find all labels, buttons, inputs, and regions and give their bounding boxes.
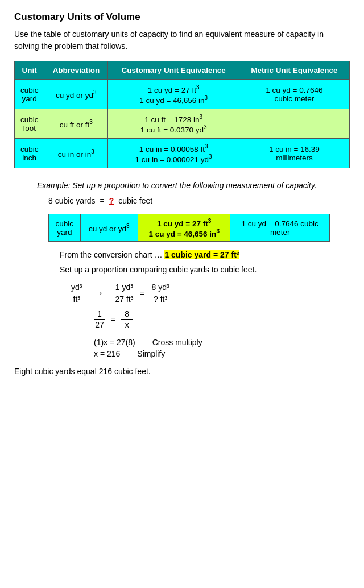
frac-left-den: ft³: [73, 293, 80, 304]
example-section: Example: Set up a proportion to convert …: [14, 180, 350, 358]
math-fraction-line: 1 27 = 8 x: [94, 309, 350, 329]
mini-abbr: cu yd or yd3: [80, 214, 138, 242]
equation-equals: =: [100, 196, 104, 205]
intro-text: Use the table of customary units of capa…: [14, 28, 350, 52]
cell-customary-2: 1 cu ft = 1728 in31 cu ft = 0.0370 yd3: [108, 109, 239, 139]
col-header-unit: Unit: [15, 61, 44, 80]
table-row: cubicyard cu yd or yd3 1 cu yd = 27 ft31…: [15, 80, 350, 109]
proportion-arrow: →: [93, 287, 104, 299]
cell-abbr-3: cu in or in3: [44, 139, 108, 168]
frac-r2-den: ? ft³: [154, 293, 167, 304]
cell-metric-3: 1 cu in = 16.39millimeters: [239, 139, 349, 168]
math-frac: 1 27: [94, 309, 105, 329]
frac-r2-num: 8 yd³: [152, 283, 169, 293]
cell-unit-3: cubicinch: [15, 139, 44, 168]
proportion-eq: =: [140, 289, 144, 298]
proportion-label: Set up a proportion comparing cubic yard…: [37, 265, 350, 274]
mini-table: cubicyard cu yd or yd3 1 cu yd = 27 ft31…: [48, 214, 330, 242]
math-num2: 8: [121, 309, 133, 320]
mini-metric: 1 cu yd = 0.7646 cubicmeter: [230, 214, 330, 242]
proportion-right1-fraction: 1 yd³ 27 ft³: [115, 283, 133, 304]
cm-line-2: x = 216 Simplify: [94, 349, 350, 358]
frac-left-num: yd³: [71, 283, 82, 293]
cell-metric-2: [239, 109, 349, 139]
math-den: 27: [95, 320, 104, 329]
cell-metric-1: 1 cu yd = 0.7646cubic meter: [239, 80, 349, 109]
table-row: cubicfoot cu ft or ft3 1 cu ft = 1728 in…: [15, 109, 350, 139]
page-title: Customary Units of Volume: [14, 11, 350, 23]
proportion-right2-fraction: 8 yd³ ? ft³: [152, 283, 169, 304]
example-title: Example: Set up a proportion to convert …: [37, 180, 350, 192]
equation-right: cubic feet: [118, 196, 152, 205]
cell-customary-3: 1 cu in = 0.00058 ft31 cu in = 0.000021 …: [108, 139, 239, 168]
cell-abbr-1: cu yd or yd3: [44, 80, 108, 109]
cell-abbr-2: cu ft or ft3: [44, 109, 108, 139]
col-header-metric: Metric Unit Equivalence: [239, 61, 349, 80]
mini-unit: cubicyard: [49, 214, 81, 242]
col-header-customary: Customary Unit Equivalence: [108, 61, 239, 80]
units-table: Unit Abbreviation Customary Unit Equival…: [14, 61, 350, 168]
math-section: 1 27 = 8 x: [37, 309, 350, 329]
frac-r1-num: 1 yd³: [115, 283, 133, 293]
math-num: 1: [94, 309, 105, 320]
cm-expr-2: x = 216: [94, 349, 120, 358]
conversion-note: From the conversion chart … 1 cubic yard…: [37, 250, 350, 259]
frac-r1-den: 27 ft³: [115, 293, 133, 304]
cell-unit-1: cubicyard: [15, 80, 44, 109]
conversion-highlight: 1 cubic yard = 27 ft³: [164, 250, 239, 259]
mini-customary: 1 cu yd = 27 ft31 cu yd = 46,656 in3: [138, 214, 230, 242]
col-header-abbr: Abbreviation: [44, 61, 108, 80]
equation-left: 8 cubic yards: [48, 196, 95, 205]
proportion-equation: 1 yd³ 27 ft³ = 8 yd³ ? ft³: [115, 283, 169, 304]
cell-customary-1: 1 cu yd = 27 ft31 cu yd = 46,656 in3: [108, 80, 239, 109]
math-eq: =: [111, 315, 115, 324]
final-note: Eight cubic yards equal 216 cubic feet.: [14, 367, 350, 376]
cell-unit-2: cubicfoot: [15, 109, 44, 139]
math-den2: x: [125, 320, 129, 329]
cm-label-1: Cross multiply: [152, 338, 202, 347]
table-row: cubicinch cu in or in3 1 cu in = 0.00058…: [15, 139, 350, 168]
math-frac2: 8 x: [121, 309, 133, 329]
proportion-left-fraction: yd³ ft³: [71, 283, 82, 304]
proportion-display: yd³ ft³ → 1 yd³ 27 ft³ = 8 yd³ ? ft³: [37, 283, 350, 304]
cross-multiply-section: (1)x = 27(8) Cross multiply x = 216 Simp…: [37, 338, 350, 358]
cm-label-2: Simplify: [137, 349, 165, 358]
cm-line-1: (1)x = 27(8) Cross multiply: [94, 338, 350, 347]
example-equation: 8 cubic yards = ? cubic feet: [37, 196, 350, 205]
equation-question: ?: [109, 196, 114, 205]
cm-expr-1: (1)x = 27(8): [94, 338, 135, 347]
